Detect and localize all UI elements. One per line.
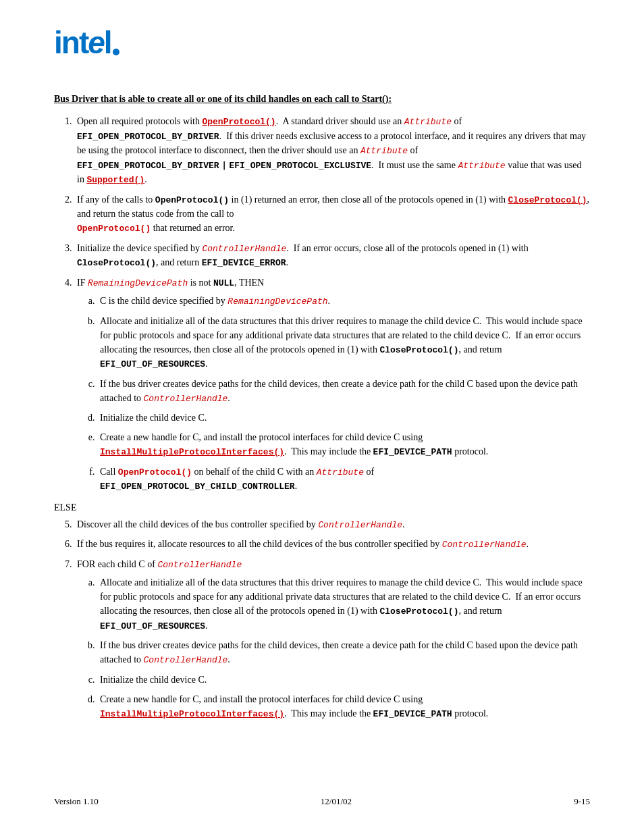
list-item-5: Discover all the child devices of the bu… bbox=[74, 517, 590, 532]
remaining-device-path-ref-2: RemainingDevicePath bbox=[227, 296, 327, 307]
controller-handle-ref-1: ControllerHandle bbox=[202, 244, 286, 254]
footer-version: Version 1.10 bbox=[54, 796, 99, 807]
attribute-ref-3: Attribute bbox=[458, 161, 505, 171]
efi-device-path-2: EFI_DEVICE_PATH bbox=[373, 709, 452, 719]
open-protocol-ref-3: OpenProtocol() bbox=[77, 224, 151, 234]
page: intel Bus Driver that is able to create … bbox=[0, 0, 644, 834]
section-heading: Bus Driver that is able to create all or… bbox=[54, 92, 590, 106]
sub-item-4b: Allocate and initialize all of the data … bbox=[97, 314, 590, 371]
efi-open-protocol-by-driver-1: EFI_OPEN_PROTOCOL_BY_DRIVER bbox=[77, 132, 219, 142]
sub-item-7c: Initialize the child device C. bbox=[97, 673, 590, 687]
null-ref: NULL bbox=[213, 278, 234, 288]
item-2-text: If any of the calls to OpenProtocol() in… bbox=[77, 194, 589, 234]
supported-link: Supported() bbox=[86, 175, 144, 185]
attribute-ref-2: Attribute bbox=[360, 146, 408, 156]
footer-page: 9-15 bbox=[574, 796, 590, 807]
controller-handle-ref-2: ControllerHandle bbox=[144, 394, 228, 404]
list-item-6: If the bus requires it, allocate resourc… bbox=[74, 537, 590, 552]
sub-item-4e: Create a new handle for C, and install t… bbox=[97, 430, 590, 459]
open-protocol-ref-2: OpenProtocol() bbox=[155, 195, 229, 205]
sub-item-4a: C is the child device specified by Remai… bbox=[97, 294, 590, 309]
close-protocol-ref-4: CloseProtocol() bbox=[379, 606, 458, 617]
list-item-7: FOR each child C of ControllerHandle All… bbox=[74, 557, 590, 721]
sub-item-4f: Call OpenProtocol() on behalf of the chi… bbox=[97, 465, 590, 494]
list-item-2: If any of the calls to OpenProtocol() in… bbox=[74, 192, 590, 236]
main-content: Bus Driver that is able to create all or… bbox=[54, 92, 590, 721]
sub-item-7d: Create a new handle for C, and install t… bbox=[97, 692, 590, 721]
close-protocol-ref-2: CloseProtocol() bbox=[77, 258, 156, 268]
sub-item-4d: Initialize the child device C. bbox=[97, 411, 590, 425]
attribute-ref-4: Attribute bbox=[317, 467, 364, 477]
attribute-ref-1: Attribute bbox=[404, 117, 452, 127]
else-label: ELSE bbox=[54, 500, 590, 515]
close-protocol-link: CloseProtocol() bbox=[508, 195, 587, 205]
controller-handle-ref-4: ControllerHandle bbox=[442, 540, 527, 550]
list-item-1: Open all required protocols with OpenPro… bbox=[74, 114, 590, 187]
item-1-text: Open all required protocols with OpenPro… bbox=[77, 116, 586, 184]
controller-handle-ref-6: ControllerHandle bbox=[144, 655, 228, 665]
efi-device-path-1: EFI_DEVICE_PATH bbox=[373, 447, 452, 457]
main-list: Open all required protocols with OpenPro… bbox=[74, 114, 590, 494]
open-protocol-ref-4: OpenProtocol() bbox=[118, 467, 192, 477]
logo-image: intel bbox=[54, 27, 590, 58]
efi-open-exclusive: EFI_OPEN_PROTOCOL_EXCLUSIVE bbox=[229, 161, 371, 171]
install-multiple-link-2: InstallMultipleProtocolInterfaces() bbox=[100, 709, 284, 719]
install-multiple-link-1: InstallMultipleProtocolInterfaces() bbox=[100, 447, 284, 457]
item-4-text: IF RemainingDevicePath is not NULL, THEN bbox=[77, 278, 264, 288]
open-protocol-link-1: OpenProtocol() bbox=[202, 117, 275, 127]
list-item-3: Initialize the device specified by Contr… bbox=[74, 241, 590, 270]
item-3-text: Initialize the device specified by Contr… bbox=[77, 243, 529, 268]
efi-open-by-child: EFI_OPEN_PROTOCOL_BY_CHILD_CONTROLLER bbox=[100, 481, 295, 492]
controller-handle-ref-3: ControllerHandle bbox=[318, 520, 402, 530]
close-protocol-ref-3: CloseProtocol() bbox=[379, 345, 458, 355]
remaining-device-path-ref-1: RemainingDevicePath bbox=[88, 278, 188, 288]
sub-item-7b: If the bus driver creates device paths f… bbox=[97, 638, 590, 667]
efi-out-of-resources-1: EFI_OUT_OF_RESOURCES bbox=[100, 359, 205, 369]
efi-device-error-1: EFI_DEVICE_ERROR bbox=[202, 258, 286, 268]
efi-out-of-resources-2: EFI_OUT_OF_RESOURCES bbox=[100, 621, 205, 631]
footer-date: 12/01/02 bbox=[321, 796, 352, 807]
sub-item-7a: Allocate and initialize all of the data … bbox=[97, 575, 590, 633]
efi-open-by-driver: EFI_OPEN_PROTOCOL_BY_DRIVER bbox=[77, 161, 219, 171]
sub-list-7: Allocate and initialize all of the data … bbox=[97, 575, 590, 721]
list-item-4: IF RemainingDevicePath is not NULL, THEN… bbox=[74, 276, 590, 494]
footer: Version 1.10 12/01/02 9-15 bbox=[54, 796, 590, 807]
else-list: Discover all the child devices of the bu… bbox=[74, 517, 590, 721]
logo: intel bbox=[54, 27, 590, 58]
controller-handle-ref-5: ControllerHandle bbox=[157, 560, 242, 570]
sub-item-4c: If the bus driver creates device paths f… bbox=[97, 377, 590, 406]
sub-list-4: C is the child device specified by Remai… bbox=[97, 294, 590, 494]
